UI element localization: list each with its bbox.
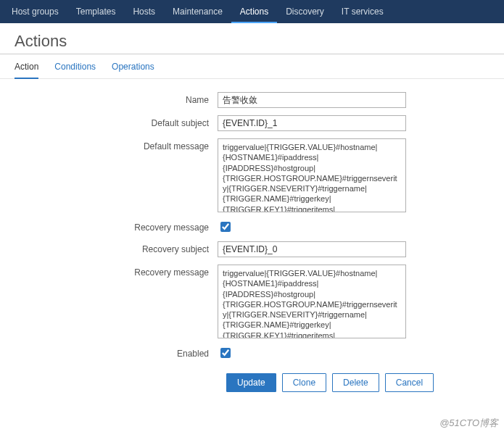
recovery-message-label: Recovery message xyxy=(15,265,218,278)
recovery-checkbox[interactable] xyxy=(220,222,231,232)
cancel-button[interactable]: Cancel xyxy=(385,373,434,392)
nav-actions[interactable]: Actions xyxy=(231,1,277,23)
recovery-checkbox-label: Recovery message xyxy=(15,220,218,233)
default-message-textarea[interactable] xyxy=(218,138,406,212)
delete-button[interactable]: Delete xyxy=(332,373,379,392)
tab-conditions[interactable]: Conditions xyxy=(54,62,96,78)
enabled-checkbox[interactable] xyxy=(220,348,231,358)
clone-button[interactable]: Clone xyxy=(282,373,326,392)
name-label: Name xyxy=(15,92,218,105)
page-title: Actions xyxy=(0,23,504,54)
recovery-message-textarea[interactable] xyxy=(218,265,406,338)
action-form: Name Default subject Default message Rec… xyxy=(0,79,504,411)
recovery-subject-input[interactable] xyxy=(218,241,406,257)
name-input[interactable] xyxy=(218,92,406,108)
recovery-subject-label: Recovery subject xyxy=(15,241,218,254)
default-subject-input[interactable] xyxy=(218,115,406,131)
nav-maintenance[interactable]: Maintenance xyxy=(164,1,231,22)
top-nav: Host groups Templates Hosts Maintenance … xyxy=(0,0,504,23)
tab-action[interactable]: Action xyxy=(15,62,38,79)
default-message-label: Default message xyxy=(15,138,218,151)
nav-templates[interactable]: Templates xyxy=(67,1,125,22)
button-row: Update Clone Delete Cancel xyxy=(226,367,489,404)
nav-host-groups[interactable]: Host groups xyxy=(3,1,67,22)
nav-hosts[interactable]: Hosts xyxy=(124,1,164,22)
nav-it-services[interactable]: IT services xyxy=(333,1,392,22)
enabled-label: Enabled xyxy=(15,346,218,359)
update-button[interactable]: Update xyxy=(226,373,276,392)
default-subject-label: Default subject xyxy=(15,115,218,128)
tab-operations[interactable]: Operations xyxy=(112,62,154,78)
nav-discovery[interactable]: Discovery xyxy=(277,1,333,22)
tabs: Action Conditions Operations xyxy=(0,54,504,79)
